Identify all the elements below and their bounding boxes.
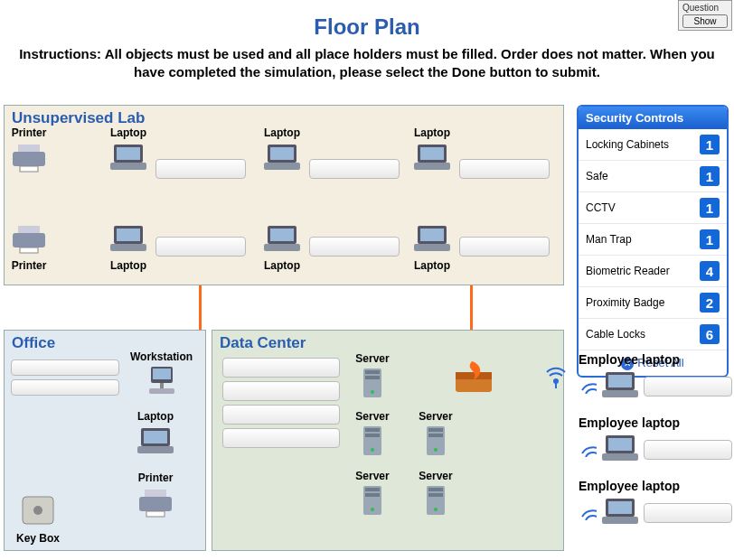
server-1[interactable]: Server <box>353 352 392 402</box>
printer-icon <box>9 141 49 176</box>
control-count: 1 <box>700 198 720 218</box>
laptop-office[interactable]: Laptop <box>136 410 175 460</box>
laptop-icon[interactable] <box>600 495 640 530</box>
printer-2[interactable]: Printer <box>9 222 49 272</box>
control-safe[interactable]: Safe1 <box>579 161 727 192</box>
laptop-label: Laptop <box>108 126 148 139</box>
printer-label: Printer <box>9 126 49 139</box>
slot-dc-2[interactable] <box>222 381 340 401</box>
control-count: 4 <box>700 261 720 281</box>
control-label: Safe <box>586 170 608 182</box>
laptop-6[interactable]: Laptop <box>412 222 452 272</box>
control-count: 2 <box>700 293 720 313</box>
keybox[interactable]: Key Box <box>16 493 60 545</box>
instructions: Instructions: All objects must be used a… <box>0 45 734 89</box>
slot-lab-6[interactable] <box>459 237 550 257</box>
control-count: 1 <box>700 135 720 154</box>
laptop-1[interactable]: Laptop <box>108 126 148 176</box>
laptop-label: Laptop <box>136 410 175 423</box>
printer-icon <box>9 222 49 257</box>
access-point[interactable] <box>542 363 569 393</box>
employee-laptop-3: Employee laptop <box>579 479 732 530</box>
floorplan-canvas: Unsupervised Lab Printer Laptop Laptop L… <box>0 99 734 560</box>
firewall-icon <box>452 359 495 398</box>
server-label: Server <box>416 470 456 482</box>
server-icon <box>353 367 392 402</box>
laptop-icon[interactable] <box>600 369 640 404</box>
laptop-icon <box>108 141 148 176</box>
employee-laptop-2: Employee laptop <box>579 415 732 467</box>
employee-laptop-label: Employee laptop <box>579 479 732 493</box>
slot-lab-2[interactable] <box>309 159 400 179</box>
printer-office[interactable]: Printer <box>136 471 175 521</box>
slot-dc-3[interactable] <box>222 405 340 425</box>
control-label: Proximity Badge <box>586 296 664 309</box>
employee-laptop-1: Employee laptop <box>579 352 732 404</box>
control-biometric-reader[interactable]: Biometric Reader4 <box>579 256 727 287</box>
employee-laptop-label: Employee laptop <box>579 352 732 367</box>
laptop-icon <box>108 222 148 257</box>
printer-label: Printer <box>9 259 49 272</box>
slot-dc-4[interactable] <box>222 428 340 448</box>
workstation-1[interactable]: Workstation <box>130 350 193 400</box>
printer-1[interactable]: Printer <box>9 126 49 176</box>
laptop-icon <box>412 222 452 257</box>
server-icon <box>416 484 456 519</box>
laptop-2[interactable]: Laptop <box>262 126 302 176</box>
laptop-label: Laptop <box>412 126 452 139</box>
laptop-label: Laptop <box>262 259 302 272</box>
server-3[interactable]: Server <box>416 410 456 460</box>
firewall[interactable] <box>452 359 495 398</box>
server-4[interactable]: Server <box>353 470 392 519</box>
control-label: Man Trap <box>586 233 632 246</box>
page-title: Floor Plan <box>0 0 734 45</box>
control-count: 1 <box>700 229 720 249</box>
employee-laptop-label: Employee laptop <box>579 415 732 430</box>
laptop-icon <box>262 222 302 257</box>
slot-office-1[interactable] <box>11 359 119 376</box>
laptop-icon[interactable] <box>600 432 640 467</box>
wifi-icon <box>579 439 597 460</box>
server-label: Server <box>416 410 456 423</box>
control-man-trap[interactable]: Man Trap1 <box>579 224 727 256</box>
slot-lab-1[interactable] <box>155 159 246 179</box>
slot-lab-5[interactable] <box>309 237 400 257</box>
slot-emp-2[interactable] <box>644 440 732 460</box>
laptop-label: Laptop <box>412 259 452 272</box>
slot-office-2[interactable] <box>11 379 119 396</box>
access-point-icon <box>542 363 569 393</box>
laptop-icon <box>262 141 302 176</box>
control-label: Cable Locks <box>586 328 645 341</box>
control-locking-cabinets[interactable]: Locking Cabinets1 <box>579 129 727 161</box>
server-2[interactable]: Server <box>353 410 392 460</box>
server-icon <box>416 425 456 460</box>
printer-label: Printer <box>136 471 175 484</box>
control-cctv[interactable]: CCTV1 <box>579 192 727 224</box>
server-5[interactable]: Server <box>416 470 456 519</box>
control-cable-locks[interactable]: Cable Locks6 <box>579 319 727 350</box>
laptop-4[interactable]: Laptop <box>108 222 148 272</box>
laptop-label: Laptop <box>108 259 148 272</box>
server-icon <box>353 425 392 460</box>
question-label: Question <box>682 3 728 13</box>
slot-emp-3[interactable] <box>644 503 732 523</box>
wifi-icon <box>579 502 597 523</box>
laptop-5[interactable]: Laptop <box>262 222 302 272</box>
printer-icon <box>136 486 175 521</box>
slot-lab-4[interactable] <box>155 237 246 257</box>
show-button[interactable]: Show <box>682 14 728 28</box>
control-count: 6 <box>700 324 720 344</box>
slot-lab-3[interactable] <box>459 159 550 179</box>
control-proximity-badge[interactable]: Proximity Badge2 <box>579 287 727 319</box>
question-box: Question Show <box>678 0 732 31</box>
control-label: CCTV <box>586 201 616 214</box>
laptop-3[interactable]: Laptop <box>412 126 452 176</box>
wifi-icon <box>579 376 597 397</box>
slot-dc-1[interactable] <box>222 358 340 378</box>
control-label: Biometric Reader <box>586 265 670 277</box>
server-label: Server <box>353 470 392 482</box>
workstation-icon <box>142 365 182 400</box>
laptop-icon <box>136 425 175 460</box>
slot-emp-1[interactable] <box>644 377 732 397</box>
keybox-icon <box>21 493 55 530</box>
